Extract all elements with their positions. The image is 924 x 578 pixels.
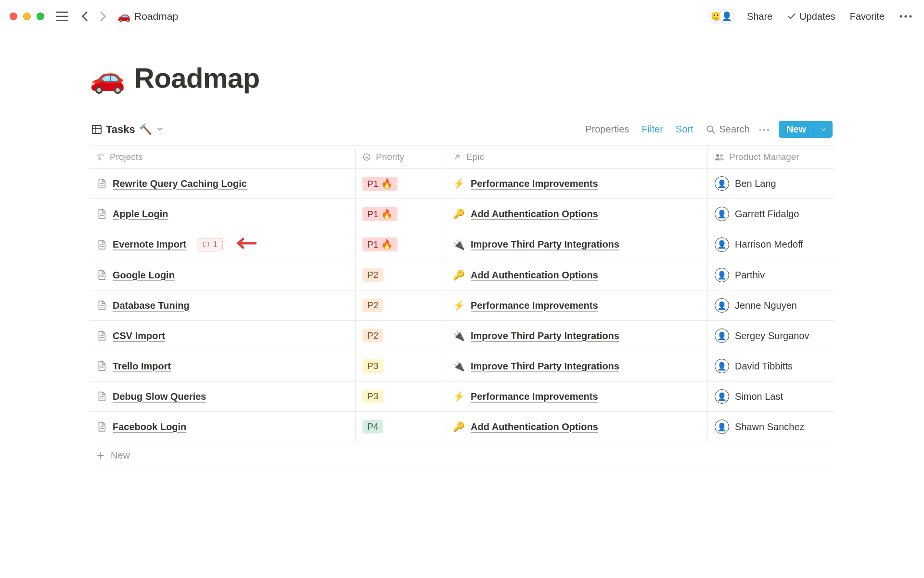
project-name[interactable]: Facebook Login bbox=[113, 421, 186, 433]
back-button[interactable] bbox=[79, 10, 91, 23]
new-record-main[interactable]: New bbox=[779, 121, 814, 138]
project-name[interactable]: CSV Import bbox=[113, 330, 165, 342]
table-row[interactable]: CSV ImportP2🔌Improve Third Party Integra… bbox=[90, 321, 834, 351]
pm-cell[interactable]: 👤Harrison Medoff bbox=[707, 229, 834, 260]
pm-cell[interactable]: 👤Shawn Sanchez bbox=[707, 412, 834, 442]
page-title[interactable]: Roadmap bbox=[134, 62, 260, 94]
epic-link[interactable]: Performance Improvements bbox=[471, 178, 598, 189]
project-cell[interactable]: CSV Import bbox=[90, 321, 355, 351]
project-name[interactable]: Debug Slow Queries bbox=[113, 391, 206, 402]
new-record-dropdown[interactable] bbox=[814, 121, 833, 138]
sidebar-toggle-icon[interactable] bbox=[56, 11, 68, 22]
epic-cell[interactable]: 🔑Add Authentication Options bbox=[446, 199, 707, 229]
person-name: Parthiv bbox=[735, 270, 765, 281]
epic-link[interactable]: Improve Third Party Integrations bbox=[471, 361, 619, 372]
pm-cell[interactable]: 👤Simon Last bbox=[707, 381, 834, 411]
zoom-window-button[interactable] bbox=[37, 13, 44, 20]
priority-cell[interactable]: P1 🔥 bbox=[355, 199, 446, 229]
pm-cell[interactable]: 👤Parthiv bbox=[707, 260, 834, 290]
project-cell[interactable]: Facebook Login bbox=[90, 412, 355, 442]
priority-cell[interactable]: P3 bbox=[355, 381, 446, 411]
table-row[interactable]: Trello ImportP3🔌Improve Third Party Inte… bbox=[90, 351, 834, 381]
priority-cell[interactable]: P2 bbox=[355, 321, 446, 351]
column-header-epic[interactable]: Epic bbox=[446, 146, 707, 168]
pm-cell[interactable]: 👤Jenne Nguyen bbox=[707, 290, 834, 320]
priority-cell[interactable]: P2 bbox=[355, 290, 446, 320]
project-cell[interactable]: Rewrite Query Caching Logic bbox=[90, 169, 355, 198]
sort-button[interactable]: Sort bbox=[676, 124, 693, 135]
project-cell[interactable]: Evernote Import1 bbox=[90, 229, 355, 260]
view-emoji: 🔨 bbox=[139, 123, 152, 136]
view-more-button[interactable] bbox=[758, 124, 770, 134]
table-row[interactable]: Debug Slow QueriesP3⚡Performance Improve… bbox=[90, 381, 834, 412]
priority-cell[interactable]: P2 bbox=[355, 260, 446, 290]
project-cell[interactable]: Debug Slow Queries bbox=[90, 381, 355, 411]
search-button[interactable]: Search bbox=[706, 124, 750, 135]
project-cell[interactable]: Trello Import bbox=[90, 351, 355, 381]
column-header-projects[interactable]: A Projects bbox=[90, 146, 355, 168]
favorite-button[interactable]: Favorite bbox=[850, 11, 885, 22]
project-name[interactable]: Google Login bbox=[113, 270, 175, 281]
presence-avatars[interactable]: 🙂 👤 bbox=[713, 9, 734, 24]
more-menu-button[interactable] bbox=[899, 14, 912, 19]
pm-cell[interactable]: 👤Ben Lang bbox=[707, 169, 834, 198]
person-name: David Tibbitts bbox=[735, 361, 793, 372]
filter-button[interactable]: Filter bbox=[642, 124, 663, 135]
epic-cell[interactable]: ⚡Performance Improvements bbox=[446, 381, 707, 411]
pm-cell[interactable]: 👤Garrett Fidalgo bbox=[707, 199, 834, 229]
breadcrumb[interactable]: 🚗 Roadmap bbox=[117, 10, 178, 23]
priority-cell[interactable]: P1 🔥 bbox=[355, 169, 446, 198]
epic-link[interactable]: Performance Improvements bbox=[471, 391, 598, 402]
table-row[interactable]: Database TuningP2⚡Performance Improvemen… bbox=[90, 290, 834, 321]
table-row[interactable]: Evernote Import1P1 🔥🔌Improve Third Party… bbox=[90, 229, 834, 260]
pm-cell[interactable]: 👤David Tibbitts bbox=[707, 351, 834, 381]
table-row[interactable]: Rewrite Query Caching LogicP1 🔥⚡Performa… bbox=[90, 169, 834, 199]
epic-cell[interactable]: ⚡Performance Improvements bbox=[446, 290, 707, 320]
close-window-button[interactable] bbox=[10, 13, 17, 20]
project-name[interactable]: Database Tuning bbox=[113, 300, 190, 311]
view-switcher[interactable]: Tasks 🔨 bbox=[91, 123, 164, 136]
person-name: Shawn Sanchez bbox=[735, 421, 805, 433]
table-row[interactable]: Apple LoginP1 🔥🔑Add Authentication Optio… bbox=[90, 199, 834, 229]
epic-cell[interactable]: 🔑Add Authentication Options bbox=[446, 260, 707, 290]
epic-cell[interactable]: 🔌Improve Third Party Integrations bbox=[446, 351, 707, 381]
table-row[interactable]: Google LoginP2🔑Add Authentication Option… bbox=[90, 260, 834, 290]
epic-link[interactable]: Add Authentication Options bbox=[471, 209, 598, 220]
epic-cell[interactable]: ⚡Performance Improvements bbox=[446, 169, 707, 198]
properties-button[interactable]: Properties bbox=[585, 124, 629, 135]
priority-cell[interactable]: P4 bbox=[355, 412, 446, 442]
project-name[interactable]: Apple Login bbox=[113, 209, 168, 220]
person-avatar: 👤 bbox=[715, 298, 729, 313]
epic-link[interactable]: Improve Third Party Integrations bbox=[471, 239, 619, 250]
minimize-window-button[interactable] bbox=[23, 13, 31, 20]
priority-cell[interactable]: P3 bbox=[355, 351, 446, 381]
comment-count-badge[interactable]: 1 bbox=[197, 238, 222, 251]
epic-icon: 🔑 bbox=[453, 421, 465, 433]
table-row[interactable]: Facebook LoginP4🔑Add Authentication Opti… bbox=[90, 412, 834, 442]
updates-button[interactable]: Updates bbox=[787, 11, 835, 22]
epic-cell[interactable]: 🔌Improve Third Party Integrations bbox=[446, 229, 707, 260]
svg-point-5 bbox=[759, 129, 761, 131]
person-name: Simon Last bbox=[735, 391, 783, 402]
column-header-pm[interactable]: Product Manager bbox=[707, 146, 834, 168]
project-cell[interactable]: Apple Login bbox=[90, 199, 355, 229]
epic-link[interactable]: Add Authentication Options bbox=[471, 270, 598, 281]
pm-cell[interactable]: 👤Sergey Surganov bbox=[707, 321, 834, 351]
epic-cell[interactable]: 🔌Improve Third Party Integrations bbox=[446, 321, 707, 351]
epic-link[interactable]: Add Authentication Options bbox=[471, 421, 598, 433]
project-cell[interactable]: Google Login bbox=[90, 260, 355, 290]
page-icon[interactable]: 🚗 bbox=[90, 64, 126, 92]
epic-link[interactable]: Performance Improvements bbox=[471, 300, 598, 311]
priority-cell[interactable]: P1 🔥 bbox=[355, 229, 446, 260]
person-avatar: 👤 bbox=[715, 328, 729, 343]
column-header-priority[interactable]: Priority bbox=[355, 146, 446, 168]
epic-cell[interactable]: 🔑Add Authentication Options bbox=[446, 412, 707, 442]
project-name[interactable]: Evernote Import bbox=[113, 239, 186, 250]
project-cell[interactable]: Database Tuning bbox=[90, 290, 355, 320]
share-button[interactable]: Share bbox=[747, 11, 772, 22]
project-name[interactable]: Rewrite Query Caching Logic bbox=[113, 178, 247, 189]
epic-link[interactable]: Improve Third Party Integrations bbox=[471, 330, 619, 342]
project-name[interactable]: Trello Import bbox=[113, 361, 171, 372]
add-row-button[interactable]: New bbox=[90, 442, 834, 469]
forward-button[interactable] bbox=[96, 10, 109, 23]
